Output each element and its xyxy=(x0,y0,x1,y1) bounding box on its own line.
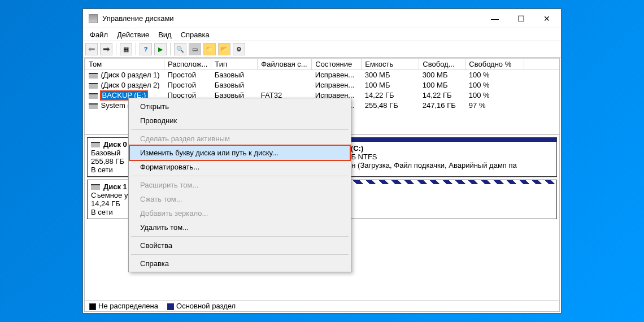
ctx-delete[interactable]: Удалить том... xyxy=(130,220,350,234)
legend-unallocated: Не распределена xyxy=(98,302,158,310)
volume-icon xyxy=(89,83,98,89)
ctx-format[interactable]: Форматировать... xyxy=(130,160,350,174)
menu-file[interactable]: Файл xyxy=(85,29,112,40)
disk-icon xyxy=(91,142,100,147)
back-button[interactable]: ⬅ xyxy=(85,43,98,55)
menu-action[interactable]: Действие xyxy=(112,29,154,40)
volume-icon xyxy=(89,103,98,109)
legend-primary: Основной раздел xyxy=(176,302,236,310)
disk-management-window: Управление дисками — ☐ ✕ Файл Действие В… xyxy=(82,8,562,314)
col-freepct[interactable]: Свободно % xyxy=(465,59,524,70)
ctx-make-active: Сделать раздел активным xyxy=(130,132,350,146)
toolbar-btn[interactable]: 🔍 xyxy=(174,43,186,55)
disk-icon xyxy=(91,184,100,190)
col-fs[interactable]: Файловая с... xyxy=(258,59,312,70)
partition-empty[interactable] xyxy=(319,180,557,219)
toolbar: ⬅ ➡ ▦ ? ▶ 🔍 ▭ 📁 📂 ⚙ xyxy=(83,41,561,58)
col-type[interactable]: Тип xyxy=(211,59,258,70)
ctx-change-drive-letter[interactable]: Изменить букву диска или путь к диску... xyxy=(130,146,350,160)
minimize-button[interactable]: — xyxy=(482,10,508,27)
menubar: Файл Действие Вид Справка xyxy=(83,28,561,41)
col-free[interactable]: Свобод... xyxy=(419,59,465,70)
toolbar-btn[interactable]: 📂 xyxy=(218,43,230,55)
partition-title: System (C:) xyxy=(323,144,553,153)
col-status[interactable]: Состояние xyxy=(312,59,362,70)
toolbar-btn[interactable]: ▦ xyxy=(120,43,132,55)
ctx-add-mirror: Добавить зеркало... xyxy=(130,206,350,220)
menu-help[interactable]: Справка xyxy=(176,29,214,40)
toolbar-btn[interactable]: ⚙ xyxy=(233,43,245,55)
col-capacity[interactable]: Емкость xyxy=(362,59,419,70)
toolbar-btn[interactable]: ▶ xyxy=(154,43,167,55)
forward-button[interactable]: ➡ xyxy=(100,43,112,55)
table-row[interactable]: (Диск 0 раздел 1)ПростойБазовыйИсправен.… xyxy=(85,70,560,80)
legend: Не распределена Основной раздел xyxy=(85,300,559,311)
content-area: Том Располож... Тип Файловая с... Состоя… xyxy=(84,58,560,312)
volume-list: Том Располож... Тип Файловая с... Состоя… xyxy=(85,58,559,135)
close-button[interactable]: ✕ xyxy=(534,10,560,27)
toolbar-btn[interactable]: ▭ xyxy=(189,43,201,55)
ctx-shrink: Сжать том... xyxy=(130,192,350,206)
ctx-extend: Расширить том... xyxy=(130,178,350,192)
ctx-help[interactable]: Справка xyxy=(130,256,350,271)
toolbar-btn[interactable]: 📁 xyxy=(203,43,216,55)
ctx-properties[interactable]: Свойства xyxy=(130,238,350,253)
menu-view[interactable]: Вид xyxy=(154,29,176,40)
table-row[interactable]: (Диск 0 раздел 2)ПростойБазовыйИсправен.… xyxy=(85,80,560,90)
context-menu: Открыть Проводник Сделать раздел активны… xyxy=(128,98,351,272)
volume-icon xyxy=(89,73,98,79)
partition-system[interactable]: System (C:) 255,48 ГБ NTFS Исправен (Заг… xyxy=(319,137,557,177)
col-layout[interactable]: Располож... xyxy=(164,59,211,70)
app-icon xyxy=(89,14,98,23)
col-volume[interactable]: Том xyxy=(85,59,164,70)
maximize-button[interactable]: ☐ xyxy=(508,10,534,27)
volume-icon xyxy=(89,93,98,99)
titlebar[interactable]: Управление дисками — ☐ ✕ xyxy=(83,9,561,28)
window-title: Управление дисками xyxy=(102,14,482,23)
ctx-open[interactable]: Открыть xyxy=(130,99,350,114)
help-icon[interactable]: ? xyxy=(140,43,152,55)
ctx-explorer[interactable]: Проводник xyxy=(130,114,350,128)
